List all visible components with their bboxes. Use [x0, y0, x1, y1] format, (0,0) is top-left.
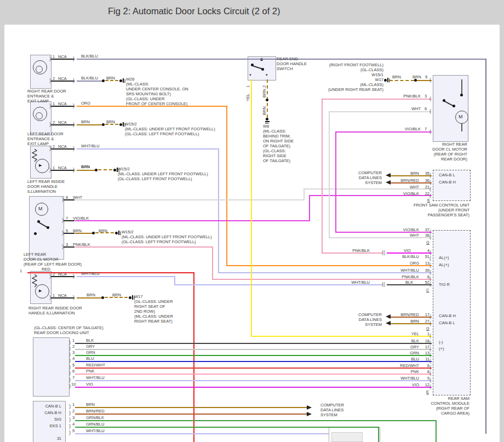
component-left-rear-cl-motor-label: LEFT REAR DOOR CL MOTOR (REAR OF LEFT RE… — [24, 252, 82, 267]
led-icon — [35, 159, 49, 173]
wire-brnred — [75, 414, 307, 415]
wire-color-label: BRN — [81, 119, 90, 124]
connector-letter: E — [427, 198, 430, 203]
wire-color-label: VIO/BLK — [378, 227, 419, 232]
wire-color-label: PNK — [86, 369, 94, 374]
pin-bracket: ( — [429, 277, 431, 282]
pin-bracket: ) — [62, 231, 64, 236]
wire-whtblu — [77, 148, 218, 150]
ground-label-w8: W8 (ML-CLASS: BEHIND TRIM, ON RIGHT SIDE… — [263, 124, 294, 163]
pin-bracket: ( — [429, 341, 431, 346]
wire-color-label: BLK — [378, 338, 419, 343]
wire-color-label: BRN — [378, 319, 419, 324]
switch-link-line — [461, 79, 462, 94]
pin-number: 36 — [421, 178, 429, 183]
wire-color-label: BRN — [262, 106, 267, 115]
pin-bracket: ( — [429, 314, 431, 319]
pin-bracket: ) — [73, 146, 75, 151]
wire-color-label: PNK/BLK — [378, 274, 419, 279]
module-pin-label: EKS 1 — [34, 423, 61, 428]
wire-brn — [77, 124, 102, 125]
ground-label-w15-2: W15/2 (ML-CLASS: UNDER LEFT FRONT FOOTWE… — [125, 122, 215, 136]
pin-number: 2 — [53, 120, 55, 125]
pin-bracket: ) — [73, 56, 75, 61]
data-line-arrow-icon — [307, 412, 314, 416]
wire-blkblu — [77, 81, 102, 82]
component-left-rear-illumination-label: LEFT REAR INSIDE DOOR HANDLE ILLUMINATIO… — [27, 179, 65, 194]
wire-whtblu — [218, 148, 219, 272]
pin-number: 3 — [72, 415, 75, 420]
pin-number: 1 — [72, 402, 75, 407]
pin-bracket: ) — [73, 78, 75, 83]
wire-yel — [251, 79, 252, 337]
pin-number: 6 — [425, 106, 427, 111]
wire-color-label: BLK/BLU — [378, 254, 419, 259]
pin-number: 4 — [421, 248, 429, 253]
module-pin-label: (-) — [439, 340, 443, 345]
pin-number: 18 — [421, 338, 429, 343]
wire-red — [193, 272, 194, 442]
wire-grnblu — [75, 427, 379, 428]
partial-component-box — [331, 432, 363, 442]
wire-color-label: BRN — [73, 228, 82, 233]
ground-label-w26: W26 (ML-CLASS: UNDER CENTER CONSOLE, ON … — [126, 77, 188, 106]
module-pin-label: CAN-B L — [34, 404, 61, 409]
pin-number: 7 — [425, 127, 427, 131]
pin-bracket: ) — [49, 168, 51, 173]
pin-bracket: ( — [429, 109, 431, 114]
wire-code-label: NCA — [58, 120, 67, 125]
pin-bracket: ) — [49, 104, 51, 108]
wire-color-label: GRY — [86, 344, 95, 349]
pin-bracket: ( — [429, 129, 431, 134]
pin-number: 1 — [421, 331, 429, 336]
wire-color-label: GRN/BLK — [86, 415, 104, 420]
connector-letter: C — [426, 288, 429, 292]
pin-bracket: ( — [429, 282, 431, 287]
wire-brn-dashed — [390, 80, 414, 81]
wire-color-label: GRY — [378, 345, 419, 349]
wire-color-label: WHT/BLU — [378, 268, 419, 273]
pin-number: 52 — [421, 280, 429, 285]
wire-color-label: BRN — [81, 164, 90, 169]
module-pin-label: CAN-B H — [439, 313, 456, 318]
motor-icon: M — [38, 206, 43, 211]
splice-dot — [102, 79, 105, 82]
pin-bracket: ) — [49, 78, 51, 83]
splice-dot — [101, 296, 104, 299]
pin-number: 38 — [421, 233, 429, 238]
pin-number: 3 — [72, 350, 75, 355]
wire-color-label: BRN — [86, 402, 95, 407]
component-rear-sam-label: REAR SAM CONTROL MODULE (RIGHT REAR OF C… — [394, 396, 469, 416]
pin-number: 1 — [20, 268, 22, 273]
pin-number: 8 — [421, 369, 429, 374]
pin-bracket: ) — [69, 346, 71, 351]
wire-color-label: WHT/BLU — [86, 375, 105, 380]
pin-number: 1 — [53, 101, 55, 106]
pin-number: 6 — [66, 195, 68, 200]
wire-code-label: NCA — [58, 144, 67, 149]
pin-number: 1 — [53, 293, 55, 298]
ground-label-w15-2: W15/2 (ML-CLASS: UNDER LEFT FRONT FOOTWE… — [122, 229, 212, 244]
pin-bracket: ) — [49, 146, 51, 151]
wire-color-label: BRN — [87, 292, 95, 297]
pin-bracket: ( — [429, 187, 431, 192]
pin-bracket: ) — [69, 340, 71, 345]
pin-number: 2 — [262, 85, 267, 88]
pin-bracket: ( — [429, 378, 431, 383]
wire-color-label: PNK — [378, 369, 419, 374]
wire-color-label: WHT/BLU — [81, 143, 100, 148]
pin-number: 22 — [421, 191, 429, 196]
switch-link-line — [461, 124, 462, 131]
pin-number: 5 — [72, 363, 75, 368]
pin-bracket: ) — [69, 365, 71, 370]
wire-color-label: BRN — [392, 74, 401, 79]
pin-number: 5 — [425, 74, 427, 79]
pin-number: 6 — [72, 369, 75, 374]
figure-title: Fig 2: Automatic Door Locks Circuit (2 o… — [108, 6, 280, 16]
module-pin-label: AL(+) — [439, 262, 449, 267]
wire-code-label: NCA — [58, 293, 67, 298]
wire-code-label: NCA — [58, 101, 67, 106]
wire-brn — [77, 170, 95, 171]
pin-bracket: ) — [69, 384, 71, 389]
wire-color-label: WHT/BLU — [329, 280, 370, 285]
